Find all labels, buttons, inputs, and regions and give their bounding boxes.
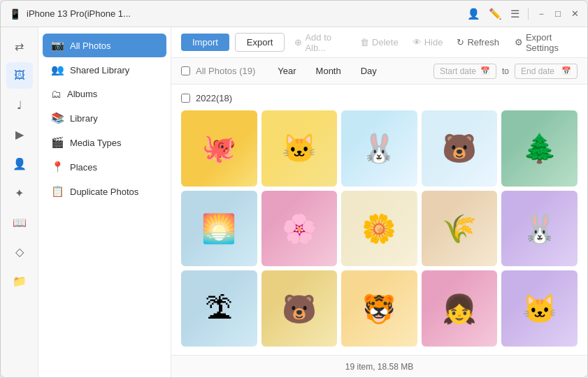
photo-thumb-5: 🌲 <box>501 110 578 187</box>
title-bar-left: 📱 iPhone 13 Pro(iPhone 1... <box>9 8 467 20</box>
sidebar-books-icon[interactable]: 📖 <box>6 209 33 235</box>
photo-thumb-15: 🐱 <box>501 270 578 347</box>
hide-action[interactable]: 👁 Hide <box>408 34 447 50</box>
photo-thumb-10: 🐰 <box>501 191 578 267</box>
main-layout: ⇄ 🖼 ♩ ▶ 👤 ✦ 📖 ◇ 📁 📷 All Photos 👥 Shared … <box>1 27 587 377</box>
add-to-album-action[interactable]: ⊕ Add to Alb... <box>290 29 350 56</box>
nav-item-places[interactable]: 📍 Places <box>43 155 166 179</box>
nav-duplicate-photos-label: Duplicate Photos <box>70 187 138 197</box>
photo-item[interactable]: 🐰 <box>341 110 417 187</box>
all-photos-icon: 📷 <box>51 39 64 52</box>
sidebar-video-icon[interactable]: ▶ <box>6 121 33 147</box>
nav-item-shared-library[interactable]: 👥 Shared Library <box>43 58 166 82</box>
title-divider <box>528 8 529 20</box>
photo-item[interactable]: 🐱 <box>501 270 578 347</box>
edit-icon[interactable]: ✏️ <box>489 8 502 20</box>
eye-icon: 👁 <box>413 37 422 48</box>
delete-action[interactable]: 🗑 Delete <box>356 34 403 50</box>
content-area: Import Export ⊕ Add to Alb... 🗑 Delete 👁… <box>171 27 587 377</box>
date-filter: Year Month Day Start date 📅 to End date … <box>272 64 578 79</box>
year-header: 2022(18) <box>181 93 578 103</box>
photo-thumb-13: 🐯 <box>341 270 417 347</box>
maximize-button[interactable]: □ <box>554 10 562 18</box>
nav-places-label: Places <box>70 162 97 173</box>
status-bar: 19 item, 18.58 MB <box>171 355 587 377</box>
sidebar-bookmark-icon[interactable]: ◇ <box>6 238 33 265</box>
photo-area[interactable]: 2022(18) 🐙 🐱 <box>171 85 587 355</box>
year-section-2022: 2022(18) 🐙 🐱 <box>181 93 578 347</box>
export-settings-action[interactable]: ⚙ Export Settings <box>515 32 578 53</box>
photo-item[interactable]: 🏝 <box>181 270 257 347</box>
end-date-input[interactable]: End date 📅 <box>515 64 578 79</box>
date-to-label: to <box>502 66 509 76</box>
sidebar-folder-icon[interactable]: 📁 <box>6 268 33 294</box>
close-button[interactable]: ✕ <box>571 10 579 18</box>
photo-item[interactable]: 🐻 <box>422 110 498 187</box>
icon-sidebar: ⇄ 🖼 ♩ ▶ 👤 ✦ 📖 ◇ 📁 <box>1 27 38 377</box>
nav-sidebar: 📷 All Photos 👥 Shared Library 🗂 Albums 📚… <box>38 27 171 377</box>
photo-thumb-6: 🌅 <box>181 191 257 267</box>
nav-library-label: Library <box>70 113 98 124</box>
filter-bar: All Photos (19) Year Month Day Start dat… <box>171 58 587 85</box>
photo-item[interactable]: 🐱 <box>261 110 338 187</box>
photo-item[interactable]: 🌾 <box>422 191 498 267</box>
photo-thumb-14: 👧 <box>422 270 498 347</box>
duplicate-photos-icon: 📋 <box>51 185 64 198</box>
library-icon: 📚 <box>51 112 64 124</box>
device-title: iPhone 13 Pro(iPhone 1... <box>27 8 131 19</box>
nav-albums-label: Albums <box>67 89 97 99</box>
photo-item[interactable]: 🌼 <box>341 191 417 267</box>
toolbar: Import Export ⊕ Add to Alb... 🗑 Delete 👁… <box>171 27 587 58</box>
nav-item-duplicate-photos[interactable]: 📋 Duplicate Photos <box>43 180 166 203</box>
photo-item[interactable]: 🐯 <box>341 270 417 347</box>
add-icon: ⊕ <box>294 37 302 48</box>
sidebar-music-icon[interactable]: ♩ <box>6 92 33 118</box>
settings-icon: ⚙ <box>515 37 523 48</box>
delete-icon: 🗑 <box>360 37 369 48</box>
year-filter-button[interactable]: Year <box>272 64 301 78</box>
year-checkbox-2022[interactable] <box>181 94 190 103</box>
sidebar-photos-icon[interactable]: 🖼 <box>6 62 33 89</box>
phone-icon: 📱 <box>9 8 21 20</box>
month-filter-button[interactable]: Month <box>310 64 347 78</box>
nav-item-albums[interactable]: 🗂 Albums <box>43 82 166 106</box>
photo-thumb-4: 🐻 <box>422 110 498 187</box>
refresh-action[interactable]: ↻ Refresh <box>452 34 503 50</box>
year-label-2022: 2022(18) <box>196 93 232 103</box>
refresh-icon: ↻ <box>457 37 464 48</box>
photo-thumb-7: 🌸 <box>261 191 338 267</box>
shared-library-icon: 👥 <box>51 64 64 76</box>
person-icon[interactable]: 👤 <box>467 8 480 20</box>
places-icon: 📍 <box>51 161 64 173</box>
menu-icon[interactable]: ☰ <box>510 8 519 20</box>
sidebar-contacts-icon[interactable]: 👤 <box>6 150 33 177</box>
minimize-button[interactable]: － <box>537 10 545 18</box>
photo-thumb-11: 🏝 <box>181 270 257 347</box>
photo-item[interactable]: 🐙 <box>181 110 257 187</box>
nav-item-library[interactable]: 📚 Library <box>43 106 166 130</box>
sidebar-transfer-icon[interactable]: ⇄ <box>6 33 33 59</box>
photo-thumb-12: 🐻 <box>261 270 338 347</box>
sidebar-apps-icon[interactable]: ✦ <box>6 180 33 206</box>
media-types-icon: 🎬 <box>51 136 64 149</box>
nav-item-media-types[interactable]: 🎬 Media Types <box>43 131 166 154</box>
photo-item[interactable]: 👧 <box>422 270 498 347</box>
start-date-input[interactable]: Start date 📅 <box>433 64 496 79</box>
calendar-icon-start: 📅 <box>480 66 490 75</box>
photo-item[interactable]: 🌅 <box>181 191 257 267</box>
photo-item[interactable]: 🌸 <box>261 191 338 267</box>
status-text: 19 item, 18.58 MB <box>345 362 413 372</box>
photo-item[interactable]: 🐻 <box>261 270 338 347</box>
photo-thumb-1: 🐙 <box>181 110 257 187</box>
photo-item[interactable]: 🌲 <box>501 110 578 187</box>
nav-media-types-label: Media Types <box>70 138 121 148</box>
day-filter-button[interactable]: Day <box>355 64 382 78</box>
photo-thumb-3: 🐰 <box>341 110 417 187</box>
export-button[interactable]: Export <box>235 33 285 52</box>
all-photos-checkbox[interactable] <box>181 66 190 75</box>
nav-item-all-photos[interactable]: 📷 All Photos <box>43 34 166 57</box>
photo-item[interactable]: 🐰 <box>501 191 578 267</box>
import-button[interactable]: Import <box>181 34 229 51</box>
filter-title: All Photos (19) <box>196 66 255 76</box>
calendar-icon-end: 📅 <box>561 66 571 75</box>
